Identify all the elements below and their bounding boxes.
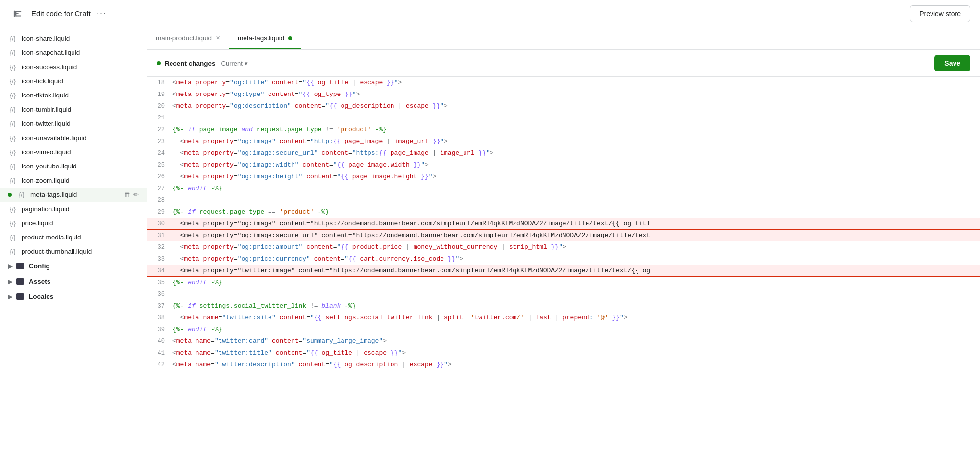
line-content: <meta name="twitter:title" content="{{ o…	[171, 347, 980, 359]
code-line: 34 <meta property="twitter:image" conten…	[147, 265, 980, 277]
tabs-bar: main-product.liquid✕meta-tags.liquid	[147, 27, 980, 50]
tab-close-icon[interactable]: ✕	[216, 35, 220, 41]
sidebar-item-icon-share[interactable]: {/}icon-share.liquid	[0, 31, 147, 46]
line-number: 26	[147, 171, 171, 183]
line-number: 33	[147, 253, 171, 265]
folder-icon	[16, 263, 24, 269]
sidebar-item-icon-tiktok[interactable]: {/}icon-tiktok.liquid	[0, 88, 147, 102]
line-number: 40	[147, 335, 171, 347]
tab-meta-tags[interactable]: meta-tags.liquid	[229, 27, 301, 49]
liquid-file-icon: {/}	[8, 35, 18, 42]
tab-label: main-product.liquid	[156, 34, 212, 42]
line-content: <meta property="og:image" content="https…	[171, 218, 980, 230]
code-line: 30 <meta property="og:image" content="ht…	[147, 218, 980, 230]
code-line: 37{%- if settings.social_twitter_link !=…	[147, 300, 980, 312]
liquid-file-icon: {/}	[8, 234, 18, 241]
sidebar-item-icon-snapchat[interactable]: {/}icon-snapchat.liquid	[0, 46, 147, 60]
liquid-file-icon: {/}	[8, 120, 18, 127]
line-content: <meta property="og:image:secure_url" con…	[171, 230, 980, 241]
sidebar-item-icon-youtube[interactable]: {/}icon-youtube.liquid	[0, 159, 147, 173]
sidebar-section-config[interactable]: ▶Config	[0, 259, 147, 274]
line-content: {%- if page_image and request.page_type …	[171, 124, 980, 136]
line-number: 41	[147, 347, 171, 359]
recent-changes-label: Recent changes	[165, 60, 216, 67]
chevron-right-icon: ▶	[8, 293, 12, 300]
section-label: Locales	[29, 293, 53, 300]
code-line: 31 <meta property="og:image:secure_url" …	[147, 230, 980, 241]
svg-rect-0	[14, 11, 21, 12]
line-number: 29	[147, 206, 171, 218]
header-more-button[interactable]: ···	[97, 8, 107, 19]
sidebar-section-assets[interactable]: ▶Assets	[0, 274, 147, 289]
sidebar-item-label: icon-share.liquid	[22, 35, 70, 42]
code-line: 20<meta property="og:description" conten…	[147, 100, 980, 112]
sidebar-item-label: product-thumbnail.liquid	[22, 248, 92, 255]
code-line: 29{%- if request.page_type == 'product' …	[147, 206, 980, 218]
header-left: Edit code for Craft ···	[10, 6, 107, 22]
sidebar-section-locales[interactable]: ▶Locales	[0, 289, 147, 304]
line-content: <meta property="og:image:height" content…	[171, 171, 980, 183]
recent-changes-dot	[157, 61, 161, 65]
code-line: 19<meta property="og:type" content="{{ o…	[147, 89, 980, 100]
editor-toolbar: Recent changes Current ▾ Save	[147, 50, 980, 77]
chevron-down-icon: ▾	[245, 60, 248, 67]
line-content: <meta property="og:type" content="{{ og_…	[171, 89, 980, 100]
line-number: 19	[147, 89, 171, 100]
liquid-file-icon: {/}	[8, 49, 18, 56]
sidebar-item-label: icon-twitter.liquid	[22, 120, 71, 127]
back-button[interactable]	[10, 6, 25, 22]
sidebar-item-product-thumbnail[interactable]: {/}product-thumbnail.liquid	[0, 244, 147, 259]
line-content: <meta property="og:price:currency" conte…	[171, 253, 980, 265]
sidebar-item-label: icon-unavailable.liquid	[22, 134, 87, 142]
save-button[interactable]: Save	[934, 55, 970, 71]
sidebar-item-label: icon-success.liquid	[22, 63, 77, 71]
code-line: 42<meta name="twitter:description" conte…	[147, 359, 980, 371]
section-label: Config	[29, 262, 50, 270]
line-content: {%- endif -%}	[171, 183, 980, 194]
line-number: 42	[147, 359, 171, 371]
current-dropdown[interactable]: Current ▾	[221, 60, 248, 67]
folder-icon	[16, 278, 24, 285]
code-line: 40<meta name="twitter:card" content="sum…	[147, 335, 980, 347]
rename-file-icon[interactable]: ✏	[133, 191, 139, 198]
line-number: 20	[147, 100, 171, 112]
code-line: 25 <meta property="og:image:width" conte…	[147, 159, 980, 171]
code-line: 38 <meta name="twitter:site" content="{{…	[147, 312, 980, 324]
sidebar-item-icon-twitter[interactable]: {/}icon-twitter.liquid	[0, 117, 147, 131]
liquid-file-icon: {/}	[8, 92, 18, 99]
line-content: {%- if settings.social_twitter_link != b…	[171, 300, 980, 312]
preview-store-button[interactable]: Preview store	[910, 5, 970, 22]
line-number: 39	[147, 324, 171, 335]
sidebar-item-icon-tick[interactable]: {/}icon-tick.liquid	[0, 74, 147, 88]
sidebar-item-icon-zoom[interactable]: {/}icon-zoom.liquid	[0, 173, 147, 188]
liquid-file-icon: {/}	[8, 135, 18, 142]
sidebar-item-icon-success[interactable]: {/}icon-success.liquid	[0, 60, 147, 74]
delete-file-icon[interactable]: 🗑	[124, 191, 130, 198]
line-content: <meta name="twitter:card" content="summa…	[171, 335, 980, 347]
code-line: 39{%- endif -%}	[147, 324, 980, 335]
sidebar-item-meta-tags[interactable]: {/}meta-tags.liquid🗑✏	[0, 188, 147, 202]
sidebar-item-icon-tumblr[interactable]: {/}icon-tumblr.liquid	[0, 102, 147, 117]
line-number: 32	[147, 241, 171, 253]
code-line: 35{%- endif -%}	[147, 277, 980, 288]
code-line: 27{%- endif -%}	[147, 183, 980, 194]
line-content	[171, 112, 980, 124]
sidebar-item-icon-vimeo[interactable]: {/}icon-vimeo.liquid	[0, 145, 147, 159]
line-number: 28	[147, 194, 171, 206]
sidebar-item-pagination[interactable]: {/}pagination.liquid	[0, 202, 147, 216]
item-actions: 🗑✏	[124, 191, 139, 198]
sidebar-item-product-media[interactable]: {/}product-media.liquid	[0, 230, 147, 244]
sidebar-item-label: icon-zoom.liquid	[22, 177, 70, 184]
svg-rect-2	[14, 15, 21, 16]
line-content	[171, 288, 980, 300]
liquid-file-icon: {/}	[8, 248, 18, 255]
line-number: 37	[147, 300, 171, 312]
editor-area: main-product.liquid✕meta-tags.liquid Rec…	[147, 27, 980, 476]
sidebar-item-icon-unavailable[interactable]: {/}icon-unavailable.liquid	[0, 131, 147, 145]
sidebar-item-price[interactable]: {/}price.liquid	[0, 216, 147, 230]
liquid-file-icon: {/}	[8, 206, 18, 213]
tab-main-product[interactable]: main-product.liquid✕	[147, 27, 229, 49]
line-content: <meta property="twitter:image" content="…	[171, 265, 980, 277]
code-editor[interactable]: 18<meta property="og:title" content="{{ …	[147, 77, 980, 476]
header-title: Edit code for Craft	[31, 9, 91, 18]
